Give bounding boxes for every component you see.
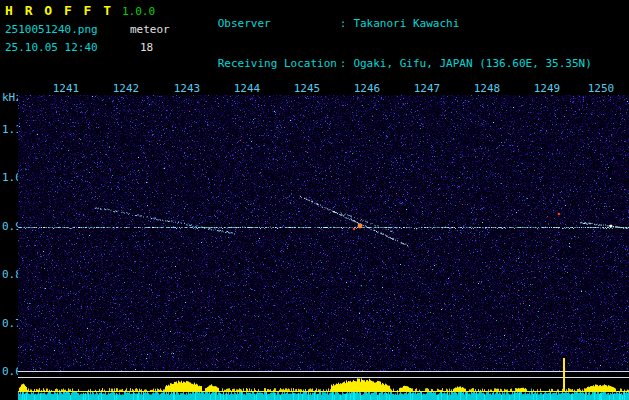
time-tick-label: 1246 <box>354 82 381 95</box>
time-tick-label: 1250 <box>588 82 615 95</box>
time-tick-label: 1245 <box>294 82 321 95</box>
info-value: Takanori Kawachi <box>353 17 459 30</box>
echo-count: 18 <box>140 41 153 54</box>
app-version: 1.0.0 <box>122 5 155 18</box>
info-separator: : <box>340 17 347 31</box>
mode-label: meteor <box>130 23 170 36</box>
output-filename: 2510051240.png <box>5 23 98 36</box>
spectrogram-canvas <box>18 95 629 400</box>
app-title: H R O F F T <box>5 3 113 18</box>
time-tick-label: 1248 <box>474 82 501 95</box>
info-value: Ogaki, Gifu, JAPAN (136.60E, 35.35N) <box>353 57 591 70</box>
timestamp: 25.10.05 12:40 <box>5 41 98 54</box>
info-label: Receiving Location <box>218 57 340 71</box>
time-tick-label: 1242 <box>113 82 140 95</box>
time-tick-label: 1249 <box>534 82 561 95</box>
time-tick-label: 1243 <box>174 82 201 95</box>
info-separator: : <box>340 57 347 71</box>
hrofft-screen: H R O F F T 1.0.0 2510051240.png meteor … <box>0 0 629 400</box>
time-tick-label: 1241 <box>53 82 80 95</box>
info-row-observer: Observer:Takanori Kawachi <box>178 3 592 44</box>
time-tick-label: 1247 <box>414 82 441 95</box>
info-row-location: Receiving Location:Ogaki, Gifu, JAPAN (1… <box>178 44 592 85</box>
info-label: Observer <box>218 17 340 31</box>
time-tick-label: 1244 <box>234 82 261 95</box>
